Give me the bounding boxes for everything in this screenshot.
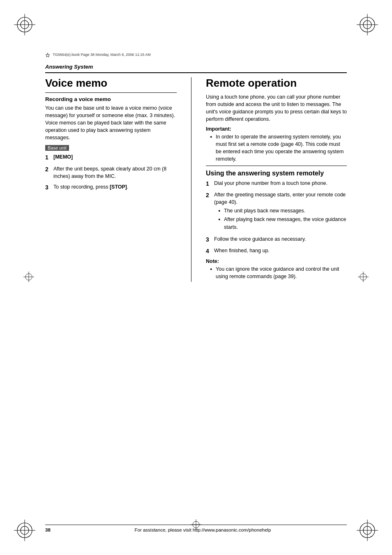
corner-mark-bl <box>12 518 37 543</box>
corner-mark-br <box>355 518 380 543</box>
step-2-num: 2 <box>45 165 51 173</box>
important-bullets: In order to operate the answering system… <box>206 133 347 163</box>
left-hr <box>45 92 177 93</box>
using-step-2-content: After the greeting message starts, enter… <box>214 191 347 232</box>
right-column: Remote operation Using a touch tone phon… <box>206 77 347 282</box>
footer-assistance-text: For assistance, please visit http://www.… <box>59 527 347 532</box>
step-1: 1 [MEMO] <box>45 153 177 161</box>
step-3-content: To stop recording, press [STOP]. <box>53 183 177 191</box>
left-mid-crosshair <box>23 271 35 285</box>
content-area: Answering System Voice memo Recording a … <box>45 64 347 506</box>
note-label: Note: <box>206 258 347 264</box>
step-2-bullet-2: After playing back new messages, the voi… <box>218 216 347 230</box>
important-label: Important: <box>206 126 347 132</box>
using-step-4-num: 4 <box>206 247 212 255</box>
step-2-bullet-1: The unit plays back new messages. <box>218 207 347 214</box>
using-step-3-num: 3 <box>206 235 212 244</box>
note-bullets: You can ignore the voice guidance and co… <box>206 265 347 280</box>
bottom-center-crosshair <box>190 518 202 532</box>
using-section-title: Using the answering system remotely <box>206 169 347 177</box>
step-3-post: . <box>127 184 128 190</box>
step-3-num: 3 <box>45 183 51 191</box>
subsection-heading: Recording a voice memo <box>45 96 177 102</box>
step-1-num: 1 <box>45 153 51 161</box>
hr-thick <box>45 72 347 73</box>
column-divider <box>191 77 191 282</box>
step-2-bullets: The unit plays back new messages. After … <box>214 207 347 230</box>
section-header: Answering System <box>45 64 347 70</box>
using-step-3: 3 Follow the voice guidance as necessary… <box>206 235 347 244</box>
using-step-2: 2 After the greeting message starts, ent… <box>206 191 347 232</box>
using-step-1-num: 1 <box>206 180 212 188</box>
step-3-bold: [STOP] <box>110 184 127 190</box>
using-step-1-content: Dial your phone number from a touch tone… <box>214 180 347 187</box>
page: TG5664(e).book Page 38 Monday, March 6, … <box>0 0 392 555</box>
using-step-2-num: 2 <box>206 191 212 199</box>
using-step-4-content: When finished, hang up. <box>214 247 347 254</box>
using-step-4: 4 When finished, hang up. <box>206 247 347 255</box>
note-bullet-1: You can ignore the voice guidance and co… <box>210 265 347 280</box>
two-col-layout: Voice memo Recording a voice memo You ca… <box>45 77 347 282</box>
corner-mark-tr <box>355 12 380 37</box>
base-unit-badge: Base unit <box>45 145 69 151</box>
step-2: 2 After the unit beeps, speak clearly ab… <box>45 165 177 180</box>
right-hr <box>206 166 347 166</box>
footer-page-number: 38 <box>45 527 51 532</box>
step-2-content: After the unit beeps, speak clearly abou… <box>53 165 177 180</box>
using-step-3-content: Follow the voice guidance as necessary. <box>214 235 347 243</box>
step-1-content: [MEMO] <box>53 153 177 161</box>
left-title: Voice memo <box>45 77 177 89</box>
step-3-pre: To stop recording, press <box>53 184 110 190</box>
important-bullet-1: In order to operate the answering system… <box>210 133 347 163</box>
using-step-1: 1 Dial your phone number from a touch to… <box>206 180 347 188</box>
book-info: TG5664(e).book Page 38 Monday, March 6, … <box>45 53 151 58</box>
svg-marker-16 <box>46 53 50 57</box>
intro-text: You can use the base unit to leave a voi… <box>45 104 177 142</box>
step-3: 3 To stop recording, press [STOP]. <box>45 183 177 191</box>
right-title: Remote operation <box>206 77 347 89</box>
corner-mark-tl <box>12 12 37 37</box>
right-intro: Using a touch tone phone, you can call y… <box>206 93 347 123</box>
right-mid-crosshair <box>357 271 369 285</box>
left-column: Voice memo Recording a voice memo You ca… <box>45 77 177 282</box>
